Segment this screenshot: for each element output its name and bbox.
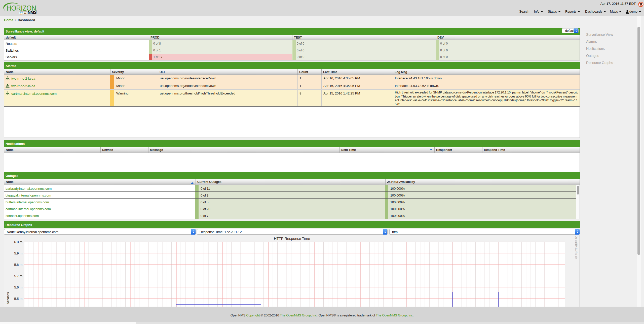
- svg-text:5.5 m: 5.5 m: [14, 297, 22, 301]
- svg-text:5.9 m: 5.9 m: [14, 251, 22, 255]
- svg-text:5.6 m: 5.6 m: [14, 285, 22, 289]
- svg-text:5.8 m: 5.8 m: [14, 263, 22, 267]
- svg-text:5.7 m: 5.7 m: [14, 274, 22, 278]
- svg-text:6.0 m: 6.0 m: [14, 240, 22, 244]
